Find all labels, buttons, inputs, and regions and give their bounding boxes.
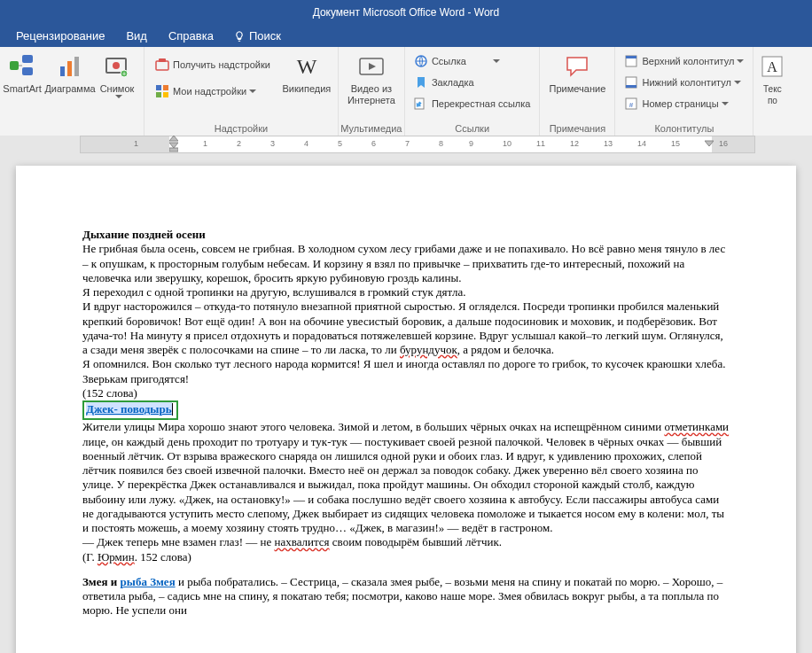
bookmark-button[interactable]: Закладка bbox=[410, 74, 535, 91]
get-addins-label: Получить надстройки bbox=[173, 59, 270, 70]
svg-rect-0 bbox=[10, 61, 19, 70]
comment-label: Примечание bbox=[550, 83, 606, 95]
bookmark-label: Закладка bbox=[432, 77, 474, 88]
ruler-tick: 16 bbox=[719, 139, 728, 148]
textbox-icon: A bbox=[758, 52, 786, 81]
online-video-button[interactable]: Видео из Интернета bbox=[344, 51, 399, 106]
crossref-icon bbox=[414, 97, 428, 111]
horizontal-ruler[interactable]: 1 1 2 3 4 5 6 7 8 9 10 11 12 13 14 15 16 bbox=[80, 136, 755, 153]
ruler-tick: 10 bbox=[503, 139, 511, 148]
ribbon: SmartArt Диаграмма + Снимок bbox=[0, 47, 812, 136]
smartart-button[interactable]: SmartArt bbox=[0, 51, 44, 99]
spellcheck-word[interactable]: Юрмин bbox=[98, 550, 135, 564]
tab-view[interactable]: Вид bbox=[115, 25, 158, 47]
crossref-button[interactable]: Перекрестная ссылка bbox=[410, 95, 535, 113]
group-text-partial: A Текс по bbox=[753, 47, 785, 136]
document-area: 1 1 2 3 4 5 6 7 8 9 10 11 12 13 14 15 16… bbox=[0, 136, 812, 653]
group-label-links: Ссылки bbox=[405, 123, 540, 134]
svg-rect-12 bbox=[156, 85, 161, 90]
wikipedia-button[interactable]: W Википедия bbox=[281, 51, 332, 100]
svg-text:#: # bbox=[629, 101, 634, 109]
spellcheck-word[interactable]: нахвалится bbox=[274, 535, 329, 548]
comment-icon bbox=[563, 52, 591, 81]
svg-rect-13 bbox=[163, 85, 168, 90]
chevron-down-icon bbox=[249, 89, 256, 94]
heading: Дыхание поздней осени bbox=[82, 228, 206, 241]
svg-text:W: W bbox=[297, 55, 317, 78]
my-addins-button[interactable]: Мои надстройки bbox=[152, 82, 274, 100]
textbox-button[interactable]: A Текс по bbox=[759, 51, 785, 106]
svg-rect-4 bbox=[67, 61, 72, 76]
ruler-tick: 7 bbox=[405, 139, 410, 148]
ruler-tick: 12 bbox=[570, 139, 579, 148]
ribbon-tabs: Рецензирование Вид Справка Поиск bbox=[0, 25, 812, 47]
document-page[interactable]: Дыхание поздней осени Не грибная была ос… bbox=[16, 166, 796, 653]
link-label: Ссылка bbox=[432, 56, 466, 66]
search-box[interactable]: Поиск bbox=[224, 29, 290, 43]
tab-review[interactable]: Рецензирование bbox=[5, 25, 115, 47]
smartart-icon bbox=[8, 52, 36, 81]
pagenumber-button[interactable]: # Номер страницы bbox=[621, 95, 747, 113]
hyperlink[interactable]: рыба Змея bbox=[121, 575, 176, 588]
screenshot-button[interactable]: + Снимок bbox=[96, 51, 138, 99]
svg-rect-2 bbox=[22, 67, 33, 75]
paragraph: И вдруг насторожился – откуда-то потянул… bbox=[82, 299, 730, 357]
footer-button[interactable]: Нижний колонтитул bbox=[621, 74, 747, 91]
ruler-tick: 2 bbox=[237, 139, 241, 148]
video-icon bbox=[357, 52, 386, 81]
svg-text:A: A bbox=[768, 59, 778, 74]
hyperlink[interactable]: Джек- поводырь bbox=[86, 402, 172, 416]
pagenum-label: Номер страницы bbox=[642, 98, 718, 109]
svg-rect-15 bbox=[163, 92, 168, 97]
word-count: (152 слова) bbox=[82, 386, 730, 400]
indent-marker[interactable] bbox=[169, 136, 178, 153]
spellcheck-word[interactable]: бурундучок bbox=[400, 343, 457, 356]
video-label: Видео из Интернета bbox=[344, 83, 399, 106]
ruler-tick: 5 bbox=[338, 139, 342, 148]
group-label-comments: Примечания bbox=[540, 123, 614, 134]
ruler-tick: 3 bbox=[270, 139, 275, 148]
store-icon bbox=[155, 58, 169, 72]
highlighted-hyperlink[interactable]: Джек- поводырь bbox=[82, 400, 178, 420]
chart-button[interactable]: Диаграмма bbox=[44, 51, 96, 99]
header-icon bbox=[624, 54, 638, 68]
chart-icon bbox=[56, 52, 84, 81]
comment-button[interactable]: Примечание bbox=[545, 51, 609, 95]
screenshot-icon: + bbox=[103, 52, 131, 81]
ruler-tick: 14 bbox=[637, 139, 646, 148]
paragraph: Я переходил с одной тропинки на другую, … bbox=[82, 285, 730, 299]
wikipedia-label: Википедия bbox=[282, 83, 331, 95]
get-addins-button[interactable]: Получить надстройки bbox=[152, 56, 274, 74]
ruler-tick: 11 bbox=[536, 139, 545, 148]
right-indent-marker[interactable] bbox=[705, 136, 714, 150]
header-button[interactable]: Верхний колонтитул bbox=[621, 52, 747, 70]
spellcheck-word[interactable]: отметинками bbox=[664, 420, 729, 433]
paragraph: — Джек теперь мне взамен глаз! — не нахв… bbox=[82, 535, 730, 549]
text-cursor bbox=[172, 403, 173, 416]
wikipedia-icon: W bbox=[293, 52, 321, 81]
svg-rect-3 bbox=[60, 66, 65, 76]
svg-rect-21 bbox=[626, 56, 636, 58]
tab-help[interactable]: Справка bbox=[158, 25, 224, 47]
group-addins: Получить надстройки Мои надстройки W Вик… bbox=[144, 47, 339, 136]
paragraph: Я опомнился. Вон сколько тут лесного нар… bbox=[82, 357, 730, 386]
addins-icon bbox=[155, 84, 169, 98]
svg-point-7 bbox=[113, 62, 120, 69]
svg-rect-5 bbox=[74, 57, 79, 76]
svg-text:+: + bbox=[122, 71, 126, 77]
author-line: (Г. Юрмин. 152 слова) bbox=[82, 550, 730, 564]
pagenum-icon: # bbox=[624, 97, 638, 111]
ruler-tick: 6 bbox=[371, 139, 376, 148]
chevron-down-icon bbox=[115, 95, 122, 99]
textbox-label: Текс по bbox=[759, 83, 785, 106]
chevron-down-icon bbox=[722, 102, 729, 106]
svg-rect-1 bbox=[22, 55, 33, 63]
link-button[interactable]: Ссылка bbox=[410, 52, 535, 70]
header-label: Верхний колонтитул bbox=[642, 56, 734, 66]
ruler-tick: 1 bbox=[203, 139, 207, 148]
group-label-addins: Надстройки bbox=[144, 123, 338, 134]
footer-label: Нижний колонтитул bbox=[642, 77, 730, 88]
link-icon bbox=[414, 54, 428, 68]
group-headerfooter: Верхний колонтитул Нижний колонтитул # Н… bbox=[615, 47, 753, 136]
chevron-down-icon bbox=[737, 59, 744, 64]
